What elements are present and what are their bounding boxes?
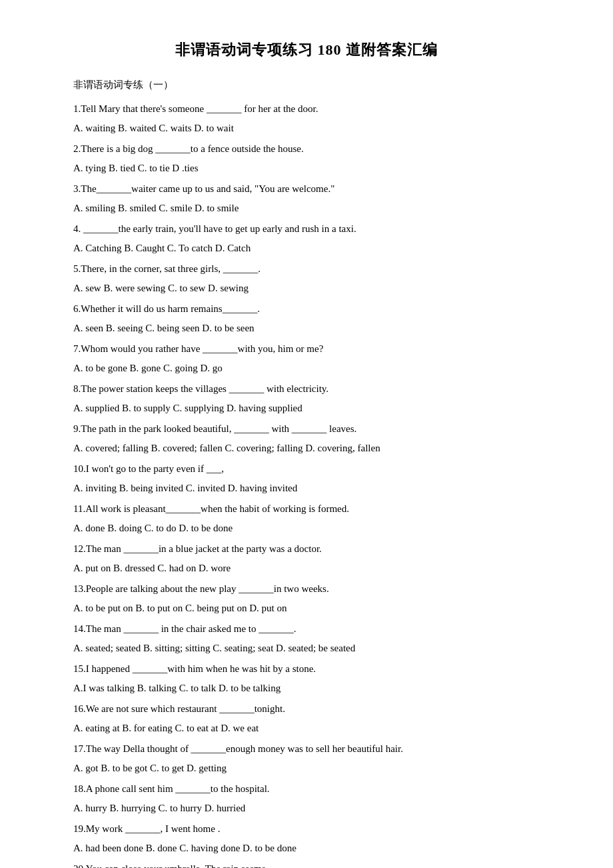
page-title: 非谓语动词专项练习 180 道附答案汇编 <box>53 40 560 60</box>
question-text: 13.People are talking about the new play… <box>53 581 560 598</box>
question-text: 16.We are not sure which restaurant ____… <box>53 701 560 718</box>
options-line: A. had been done B. done C. having done … <box>53 840 560 857</box>
question-text: 9.The path in the park looked beautiful,… <box>53 421 560 438</box>
question-block: 1.Tell Mary that there's someone _______… <box>53 101 560 137</box>
options-line: A. seated; seated B. sitting; sitting C.… <box>53 640 560 657</box>
question-block: 10.I won't go to the party even if ___,A… <box>53 461 560 497</box>
question-text: 14.The man _______ in the chair asked me… <box>53 621 560 638</box>
options-line: A. waiting B. waited C. waits D. to wait <box>53 120 560 137</box>
question-block: 19.My work _______, I went home .A. had … <box>53 821 560 857</box>
question-block: 20.You can close your umbrella. The rain… <box>53 861 560 868</box>
question-block: 8.The power station keeps the villages _… <box>53 381 560 417</box>
question-block: 5.There, in the corner, sat three girls,… <box>53 261 560 297</box>
options-line: A. put on B. dressed C. had on D. wore <box>53 560 560 577</box>
question-text: 5.There, in the corner, sat three girls,… <box>53 261 560 278</box>
options-line: A. sew B. were sewing C. to sew D. sewin… <box>53 280 560 297</box>
question-block: 7.Whom would you rather have _______with… <box>53 341 560 377</box>
question-text: 18.A phone call sent him _______to the h… <box>53 781 560 798</box>
section-title: 非谓语动词专练（一） <box>73 79 560 91</box>
options-line: A. smiling B. smiled C. smile D. to smil… <box>53 200 560 217</box>
options-line: A. supplied B. to supply C. supplying D.… <box>53 400 560 417</box>
question-text: 10.I won't go to the party even if ___, <box>53 461 560 478</box>
question-text: 15.I happened _______with him when he wa… <box>53 661 560 678</box>
options-line: A. to be put on B. to put on C. being pu… <box>53 600 560 617</box>
question-text: 4. _______the early train, you'll have t… <box>53 221 560 238</box>
question-block: 14.The man _______ in the chair asked me… <box>53 621 560 657</box>
questions-container: 1.Tell Mary that there's someone _______… <box>53 101 560 868</box>
question-text: 3.The_______waiter came up to us and sai… <box>53 181 560 198</box>
question-text: 20.You can close your umbrella. The rain… <box>53 861 560 868</box>
options-line: A. Catching B. Caught C. To catch D. Cat… <box>53 240 560 257</box>
question-text: 12.The man _______in a blue jacket at th… <box>53 541 560 558</box>
question-text: 17.The way Della thought of _______enoug… <box>53 741 560 758</box>
question-block: 3.The_______waiter came up to us and sai… <box>53 181 560 217</box>
question-text: 8.The power station keeps the villages _… <box>53 381 560 398</box>
options-line: A. tying B. tied C. to tie D .ties <box>53 160 560 177</box>
question-block: 9.The path in the park looked beautiful,… <box>53 421 560 457</box>
question-block: 6.Whether it will do us harm remains____… <box>53 301 560 337</box>
options-line: A. eating at B. for eating C. to eat at … <box>53 720 560 737</box>
options-line: A. seen B. seeing C. being seen D. to be… <box>53 320 560 337</box>
question-block: 2.There is a big dog _______to a fence o… <box>53 141 560 177</box>
options-line: A. to be gone B. gone C. going D. go <box>53 360 560 377</box>
question-block: 18.A phone call sent him _______to the h… <box>53 781 560 817</box>
options-line: A. got B. to be got C. to get D. getting <box>53 760 560 777</box>
question-block: 4. _______the early train, you'll have t… <box>53 221 560 257</box>
question-block: 15.I happened _______with him when he wa… <box>53 661 560 697</box>
question-block: 13.People are talking about the new play… <box>53 581 560 617</box>
question-text: 7.Whom would you rather have _______with… <box>53 341 560 358</box>
question-text: 6.Whether it will do us harm remains____… <box>53 301 560 318</box>
options-line: A. covered; falling B. covered; fallen C… <box>53 440 560 457</box>
question-text: 1.Tell Mary that there's someone _______… <box>53 101 560 118</box>
question-text: 11.All work is pleasant_______when the h… <box>53 501 560 518</box>
options-line: A. done B. doing C. to do D. to be done <box>53 520 560 537</box>
question-block: 11.All work is pleasant_______when the h… <box>53 501 560 537</box>
question-text: 19.My work _______, I went home . <box>53 821 560 838</box>
question-block: 17.The way Della thought of _______enoug… <box>53 741 560 777</box>
options-line: A. hurry B. hurrying C. to hurry D. hurr… <box>53 800 560 817</box>
question-block: 12.The man _______in a blue jacket at th… <box>53 541 560 577</box>
question-block: 16.We are not sure which restaurant ____… <box>53 701 560 737</box>
options-line: A.I was talking B. talking C. to talk D.… <box>53 680 560 697</box>
question-text: 2.There is a big dog _______to a fence o… <box>53 141 560 158</box>
options-line: A. inviting B. being invited C. invited … <box>53 480 560 497</box>
